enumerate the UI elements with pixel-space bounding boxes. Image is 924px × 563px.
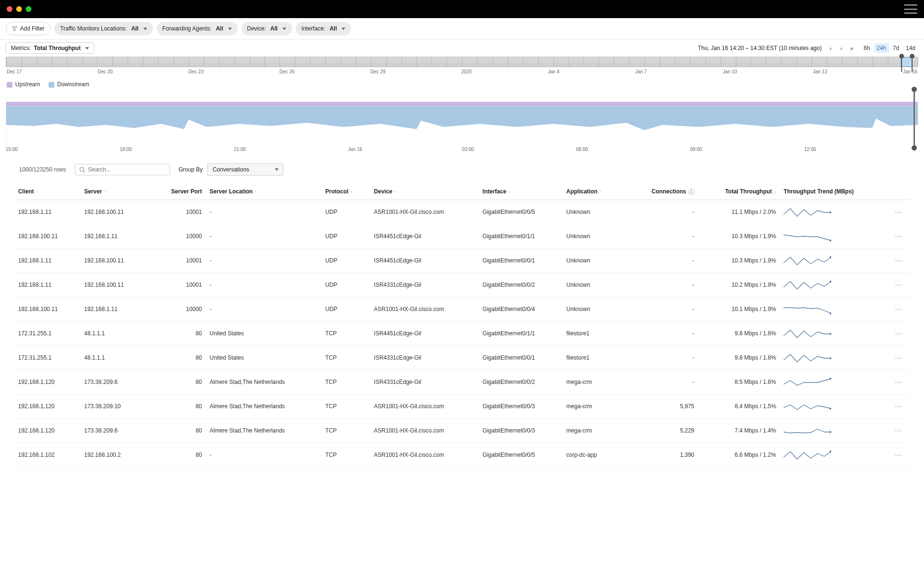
groupby-select[interactable]: Conversations [207,163,283,176]
metrics-select[interactable]: Metrics: Total Throughput [6,42,94,54]
date-ruler[interactable]: Dec 17Dec 20Dec 23Dec 26Dec 292025Jan 4J… [0,57,924,76]
sort-icon: ↑ [599,190,602,194]
close-window[interactable] [7,6,12,12]
row-actions-button[interactable]: ··· [888,443,910,467]
filter-pill-1[interactable]: Forwarding Agents: All [157,22,238,35]
row-actions-button[interactable]: ··· [888,419,910,443]
row-actions-button[interactable]: ··· [888,273,910,297]
cell-trend [780,200,888,224]
col-protocol[interactable]: Protocol↑ [321,183,370,200]
cell-port: 80 [147,419,206,443]
table-row[interactable]: 172.31.255.1 48.1.1.1 80 United States T… [14,322,910,346]
cell-application: Unknown [562,297,622,322]
cell-device: ISR4451cEdge-Gil [370,224,479,249]
row-actions-button[interactable]: ··· [888,370,910,394]
search-field[interactable] [88,166,166,173]
col-total-throughput[interactable]: Total Throughput↓ [698,183,780,200]
filter-pill-label: Traffic Monitors Locations: [60,25,127,32]
quick-range-6h[interactable]: 6h [861,43,873,53]
col-interface-label: Interface [482,188,506,195]
row-actions-button[interactable]: ··· [888,224,910,249]
col-connections[interactable]: ↑Connectionsi [622,183,698,200]
cell-trend [780,322,888,346]
legend-upstream[interactable]: Upstream [7,81,40,88]
col-server[interactable]: Server↑ [80,183,147,200]
date-tick: Dec 26 [280,69,295,74]
col-actions [888,183,910,200]
date-tick: Dec 23 [189,69,204,74]
col-application[interactable]: Application↑ [562,183,622,200]
filter-pill-2[interactable]: Device: All [241,22,292,35]
quick-range-14d[interactable]: 14d [903,43,918,53]
ruler-handles[interactable] [900,54,914,70]
cell-client: 192.168.1.120 [14,419,80,443]
table-row[interactable]: 192.168.1.120 173.38.209.6 80 Almere Sta… [14,419,910,443]
groupby-control: Group By Conversations [179,163,284,176]
search-input[interactable] [75,164,170,175]
cell-application: filestore1 [562,346,622,370]
table-row[interactable]: 192.168.100.11 192.168.1.11 10000 - UDP … [14,224,910,249]
table-row[interactable]: 192.168.100.11 192.168.1.11 10000 - UDP … [14,297,910,322]
cell-device: ISR4331cEdge-Gil [370,346,479,370]
filter-pill-3[interactable]: Interface: All [296,22,351,35]
table-row[interactable]: 192.168.1.11 192.168.100.11 10001 - UDP … [14,249,910,273]
time-latest-button[interactable]: » [847,44,856,52]
filter-pill-0[interactable]: Traffic Monitors Locations: All [54,22,152,35]
table-row[interactable]: 192.168.1.11 192.168.100.11 10001 - UDP … [14,273,910,297]
maximize-window[interactable] [26,6,31,12]
quick-range-7d[interactable]: 7d [890,43,902,53]
minimize-window[interactable] [16,6,22,12]
cell-connections: - [622,322,698,346]
svg-point-0 [80,167,83,171]
col-device[interactable]: Device↑ [370,183,479,200]
date-axis: Dec 17Dec 20Dec 23Dec 26Dec 292025Jan 4J… [6,69,918,74]
table-row[interactable]: 192.168.1.102 192.168.100.2 80 - TCP ASR… [14,443,910,467]
throughput-chart[interactable] [6,92,918,145]
filter-bar: Add Filter Traffic Monitors Locations: A… [0,18,924,40]
time-tick: 06:00 [576,147,691,152]
cell-interface: GigabitEthernet0/0/3 [479,394,562,419]
row-actions-button[interactable]: ··· [888,346,910,370]
cell-trend [780,370,888,394]
hamburger-icon[interactable] [904,4,917,14]
col-trend[interactable]: Throughput Trend (MBps) [780,183,888,200]
row-actions-button[interactable]: ··· [888,322,910,346]
sort-icon: ↑ [351,190,353,194]
cell-application: Unknown [562,273,622,297]
table-row[interactable]: 192.168.1.11 192.168.100.11 10001 - UDP … [14,200,910,224]
add-filter-button[interactable]: Add Filter [6,22,50,35]
sort-icon: ↓ [774,190,776,194]
time-tick: 12:00 [804,147,919,152]
info-icon[interactable]: i [688,189,694,195]
time-prev-button[interactable]: ‹ [826,44,835,52]
date-tick: Dec 29 [371,69,386,74]
table-controls: 1000/123250 rows Group By Conversations [0,161,924,179]
legend-downstream[interactable]: Downstream [49,81,89,88]
quick-range-24h[interactable]: 24h [874,43,889,53]
col-client[interactable]: Client↑ [14,183,80,200]
table-row[interactable]: 192.168.1.120 173.38.209.10 80 Almere St… [14,394,910,419]
chart-scrubber[interactable] [914,89,915,149]
row-actions-button[interactable]: ··· [888,200,910,224]
col-server-location[interactable]: Server Location↑ [206,183,321,200]
cell-throughput: 8.5 Mbps / 1.6% [698,370,780,394]
cell-trend [780,419,888,443]
cell-connections: - [622,297,698,322]
cell-client: 192.168.1.120 [14,394,80,419]
time-next-button[interactable]: › [837,44,845,52]
table-row[interactable]: 192.168.1.120 173.38.209.6 80 Almere Sta… [14,370,910,394]
funnel-icon [12,26,17,31]
svg-point-10 [830,408,831,410]
cell-application: Unknown [562,249,622,273]
cell-trend [780,443,888,467]
row-actions-button[interactable]: ··· [888,249,910,273]
col-interface[interactable]: Interface↑ [479,183,562,200]
row-actions-button[interactable]: ··· [888,394,910,419]
cell-device: ISR4451cEdge-Gil [370,249,479,273]
col-server-port[interactable]: ↑Server Port [147,183,206,200]
search-icon [79,167,85,173]
row-actions-button[interactable]: ··· [888,297,910,322]
filter-pill-value: All [271,25,278,32]
table-row[interactable]: 172.31.255.1 48.1.1.1 80 United States T… [14,346,910,370]
cell-client: 192.168.100.11 [14,224,80,249]
